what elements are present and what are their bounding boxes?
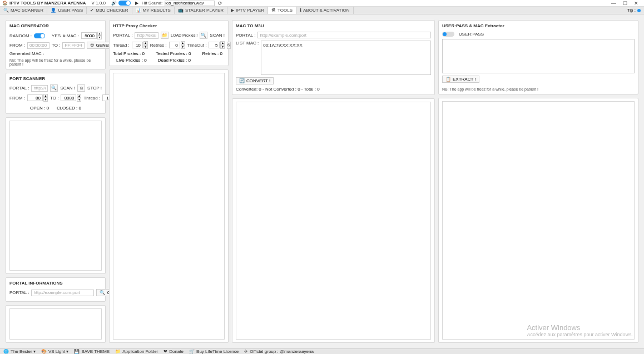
closed-count: CLOSED : 0 bbox=[57, 106, 81, 111]
mac-to-m3u-panel: MAC TO M3U PORTAL : LIST MAC : 00:1A:79:… bbox=[232, 20, 435, 95]
tab-label: USER:PASS bbox=[58, 8, 83, 13]
palette-icon: 🎨 bbox=[41, 349, 47, 354]
stop-button[interactable]: ⦸ bbox=[227, 42, 231, 49]
spinner[interactable]: ▲▼ bbox=[181, 41, 185, 49]
main-area: MAC GENERATOR RANDOM : YES # MAC : ▲▼ FR… bbox=[0, 14, 644, 348]
tab-label: MAC SCANNER bbox=[11, 8, 43, 13]
tab-label: IPTV PLAYER bbox=[236, 8, 264, 13]
open-count: OPEN : 0 bbox=[30, 106, 49, 111]
refresh-icon[interactable]: ⟳ bbox=[218, 1, 222, 6]
panel-title: MAC GENERATOR bbox=[9, 23, 102, 28]
tab-my-results[interactable]: 📊MY RESULTS bbox=[132, 7, 175, 14]
extractor-output[interactable] bbox=[442, 101, 635, 340]
footer-donate[interactable]: ❤Donate bbox=[164, 349, 184, 354]
panel-title: PORT SCANNER bbox=[9, 76, 102, 81]
mac-to-m3u-output[interactable] bbox=[236, 102, 431, 340]
extract-icon: 📋 bbox=[445, 77, 451, 82]
footer-label: VS Light ▾ bbox=[48, 349, 68, 354]
portal-label: PORTAL : bbox=[9, 290, 29, 295]
extract-button[interactable]: 📋EXTRACT ! bbox=[442, 76, 479, 83]
tab-user-pass[interactable]: 👤USER:PASS bbox=[47, 7, 87, 14]
timeout-label: TimeOut : bbox=[187, 43, 207, 48]
portal-input[interactable] bbox=[31, 85, 48, 92]
scan-button[interactable]: 🔍 bbox=[50, 84, 58, 92]
maximize-button[interactable]: ☐ bbox=[623, 1, 627, 6]
portal-input[interactable] bbox=[31, 290, 94, 296]
footer-official-group[interactable]: ✈Official group : @manzeraayena bbox=[244, 349, 314, 354]
convert-button[interactable]: 🔄CONVERT ! bbox=[236, 77, 274, 84]
tab-label: STALKER PLAYER bbox=[185, 8, 224, 13]
to-label: TO : bbox=[50, 96, 58, 101]
tab-iptv-player[interactable]: ▶IPTV PLAYER bbox=[227, 7, 268, 14]
tools-icon: 🛠 bbox=[271, 8, 276, 13]
tab-label: TOOLS bbox=[278, 8, 293, 13]
user-icon: 👤 bbox=[51, 8, 56, 13]
load-proxies-button[interactable]: 📁 bbox=[161, 32, 169, 39]
tab-about[interactable]: ℹABOUT & ACTIVATION bbox=[296, 7, 354, 14]
cart-icon: 🛒 bbox=[189, 349, 195, 354]
timeout-input[interactable] bbox=[209, 42, 220, 48]
footer-label: SAVE THEME bbox=[81, 349, 110, 354]
portal-info-output[interactable] bbox=[9, 308, 102, 340]
portal-input[interactable] bbox=[257, 32, 431, 38]
stop-button[interactable]: ⦸ bbox=[77, 84, 85, 92]
search-icon: 🔍 bbox=[100, 290, 105, 295]
panel-title: PORTAL INFORMATIONS bbox=[9, 281, 102, 286]
play-icon[interactable]: ▶ bbox=[135, 1, 138, 6]
proxy-output-panel bbox=[109, 69, 229, 343]
from-label: FROM : bbox=[9, 96, 25, 101]
random-toggle[interactable] bbox=[34, 33, 45, 38]
activate-subtitle: Accédez aux paramètres pour activer Wind… bbox=[527, 332, 633, 337]
button-label: EXTRACT ! bbox=[453, 77, 476, 82]
spinner[interactable]: ▲▼ bbox=[77, 94, 81, 102]
sound-toggle[interactable] bbox=[118, 1, 131, 6]
footer-label: Application Folder bbox=[122, 349, 158, 354]
mac-generator-panel: MAC GENERATOR RANDOM : YES # MAC : ▲▼ FR… bbox=[6, 20, 106, 69]
mac-count-label: # MAC : bbox=[63, 33, 79, 38]
portal-label: PORTAL : bbox=[9, 86, 29, 91]
to-input[interactable] bbox=[62, 42, 85, 49]
close-button[interactable]: ✕ bbox=[634, 1, 638, 6]
tip-area: Tip : bbox=[624, 7, 644, 14]
userpass-label: USER:PASS bbox=[459, 32, 484, 37]
extractor-input-textarea[interactable] bbox=[442, 39, 635, 73]
generated-mac-label: Generated MAC : bbox=[9, 51, 102, 56]
tab-mac-scanner[interactable]: 🔍MAC SCANNER bbox=[0, 7, 47, 14]
spinner[interactable]: ▲▼ bbox=[143, 41, 148, 49]
thread-input[interactable] bbox=[132, 42, 143, 48]
title-bar: 🏠 IPTV TOOLS BY MANZERA AYENNA V 1.0.0 🔊… bbox=[0, 0, 644, 7]
globe-icon: 🌐 bbox=[3, 349, 9, 354]
minimize-button[interactable]: — bbox=[611, 1, 616, 6]
scan-button[interactable]: 🔍 bbox=[200, 32, 207, 39]
spinner[interactable]: ▲▼ bbox=[43, 94, 48, 102]
heart-icon: ❤ bbox=[164, 349, 167, 354]
hit-sound-select[interactable] bbox=[165, 1, 215, 6]
spinner[interactable]: ▲▼ bbox=[220, 41, 225, 49]
volume-icon: 🔊 bbox=[111, 1, 117, 6]
from-port-input[interactable] bbox=[27, 94, 43, 101]
to-port-input[interactable] bbox=[61, 94, 76, 101]
proxy-output[interactable] bbox=[113, 73, 225, 340]
tab-stalker-player[interactable]: 📺STALKER PLAYER bbox=[175, 7, 227, 14]
port-scanner-output[interactable] bbox=[9, 121, 102, 271]
tab-tools[interactable]: 🛠TOOLS bbox=[268, 7, 296, 14]
footer-buy-licence[interactable]: 🛒Buy LifeTime Licence bbox=[189, 349, 239, 354]
footer-besier[interactable]: 🌐The Besier ▾ bbox=[3, 349, 36, 354]
footer-theme[interactable]: 🎨VS Light ▾ bbox=[41, 349, 68, 354]
from-input[interactable] bbox=[27, 42, 49, 49]
footer-save-theme[interactable]: 💾SAVE THEME bbox=[74, 349, 110, 354]
userpass-toggle[interactable] bbox=[442, 32, 454, 37]
from-label: FROM : bbox=[9, 43, 25, 48]
tip-dot-icon bbox=[637, 9, 641, 12]
listmac-textarea[interactable]: 00:1A:79:XX:XX:XX bbox=[261, 41, 431, 75]
footer-app-folder[interactable]: 📁Application Folder bbox=[115, 349, 158, 354]
footer-label: Buy LifeTime Licence bbox=[196, 349, 239, 354]
stop-label: STOP ! bbox=[87, 86, 102, 91]
mac-count-input[interactable] bbox=[81, 32, 97, 39]
portal-input[interactable] bbox=[135, 32, 158, 39]
tab-m3u-checker[interactable]: ✔M3U CHECKER bbox=[87, 7, 132, 14]
retries-input[interactable] bbox=[169, 42, 180, 48]
spinner[interactable]: ▲▼ bbox=[97, 32, 102, 39]
tv-icon: 📺 bbox=[178, 8, 184, 13]
retries-label: Retries : bbox=[150, 43, 167, 48]
